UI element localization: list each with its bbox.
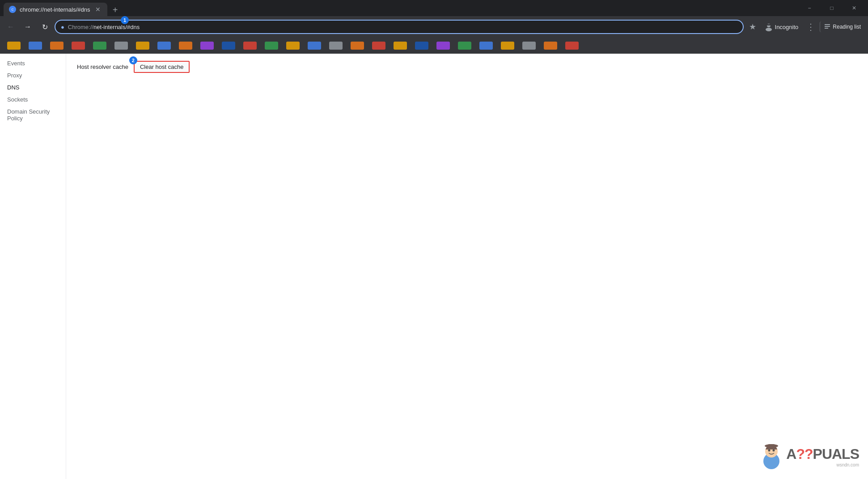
appuals-character-icon (760, 443, 783, 470)
bookmark-6[interactable] (111, 39, 131, 52)
annotation-badge-2: 2 (129, 56, 137, 64)
bookmark-19[interactable] (390, 39, 411, 52)
svg-text:C: C (11, 8, 13, 11)
clear-cache-btn-wrap: 2 Clear host cache (134, 61, 190, 73)
tab-favicon: C (9, 6, 16, 13)
tab-close-button[interactable]: ✕ (94, 5, 102, 13)
maximize-button[interactable]: □ (821, 0, 842, 16)
incognito-label: Incognito (775, 24, 799, 30)
minimize-button[interactable]: − (799, 0, 820, 16)
title-bar: C chrome://net-internals/#dns ✕ + − □ ✕ (0, 0, 868, 16)
bookmark-5[interactable] (89, 39, 110, 52)
svg-point-10 (768, 449, 771, 452)
bookmark-button[interactable]: ★ (746, 21, 759, 33)
window-controls: − □ ✕ (799, 0, 864, 16)
sidebar-item-domain-security-policy[interactable]: Domain Security Policy (0, 106, 66, 124)
bookmark-2[interactable] (25, 39, 46, 52)
bookmarks-bar (0, 38, 868, 54)
main-content: Host resolver cache 2 Clear host cache (66, 54, 868, 479)
bookmark-1[interactable] (4, 39, 24, 52)
new-tab-button[interactable]: + (109, 4, 122, 16)
reading-list-label: Reading list (833, 24, 861, 30)
dns-section: Host resolver cache 2 Clear host cache (77, 61, 857, 73)
sidebar-item-proxy[interactable]: Proxy (0, 69, 66, 81)
toolbar: ← → ↻ 1 ● Chrome://net-internals/#dns ★ … (0, 16, 868, 38)
sidebar-item-sockets[interactable]: Sockets (0, 93, 66, 106)
menu-button[interactable]: ⋮ (804, 20, 818, 34)
address-bar[interactable]: ● Chrome://net-internals/#dns (55, 20, 744, 34)
incognito-button[interactable]: Incognito (761, 21, 802, 33)
sidebar: Events Proxy DNS Sockets Domain Security… (0, 54, 66, 479)
url-prefix: Chrome:// (68, 24, 93, 30)
bookmark-18[interactable] (368, 39, 389, 52)
svg-rect-13 (768, 444, 775, 446)
svg-point-11 (773, 449, 775, 452)
bookmark-14[interactable] (283, 39, 303, 52)
tab-title: chrome://net-internals/#dns (20, 6, 90, 13)
bookmark-11[interactable] (218, 39, 239, 52)
bookmark-26[interactable] (540, 39, 561, 52)
bookmark-9[interactable] (175, 39, 196, 52)
sidebar-item-dns[interactable]: DNS (0, 81, 66, 93)
annotation-badge-1: 1 (121, 16, 129, 24)
svg-rect-4 (766, 24, 771, 25)
watermark-logo-text: A??PUALS (786, 446, 859, 462)
section-label: Host resolver cache (77, 64, 128, 70)
bookmark-23[interactable] (476, 39, 496, 52)
bookmark-8[interactable] (154, 39, 174, 52)
reading-list-button[interactable]: Reading list (820, 21, 864, 32)
svg-rect-7 (825, 28, 828, 29)
bookmark-24[interactable] (497, 39, 518, 52)
page-body: Events Proxy DNS Sockets Domain Security… (0, 54, 868, 479)
watermark-site: wsndn.com (786, 462, 859, 467)
bookmark-27[interactable] (562, 39, 582, 52)
bookmark-22[interactable] (454, 39, 475, 52)
clear-host-cache-button[interactable]: Clear host cache (134, 61, 190, 73)
incognito-icon (764, 22, 773, 31)
sidebar-item-events[interactable]: Events (0, 57, 66, 69)
svg-point-3 (766, 28, 772, 31)
back-button[interactable]: ← (4, 20, 18, 34)
watermark: A??PUALS wsndn.com (760, 443, 859, 470)
svg-rect-6 (825, 26, 830, 27)
bookmark-12[interactable] (240, 39, 260, 52)
bookmark-21[interactable] (433, 39, 453, 52)
toolbar-actions: ★ Incognito ⋮ Reading list (746, 20, 864, 34)
bookmark-17[interactable] (347, 39, 368, 52)
bookmark-20[interactable] (411, 39, 432, 52)
bookmark-25[interactable] (519, 39, 539, 52)
reload-button[interactable]: ↻ (38, 20, 52, 34)
bookmark-7[interactable] (132, 39, 153, 52)
address-bar-wrap: 1 ● Chrome://net-internals/#dns (55, 20, 744, 34)
svg-rect-5 (825, 24, 830, 25)
address-text: Chrome://net-internals/#dns (68, 24, 140, 30)
chrome-icon: ● (61, 24, 64, 30)
bookmark-16[interactable] (326, 39, 346, 52)
bookmark-10[interactable] (197, 39, 217, 52)
forward-button[interactable]: → (21, 20, 35, 34)
bookmark-13[interactable] (261, 39, 282, 52)
bookmark-3[interactable] (47, 39, 67, 52)
close-button[interactable]: ✕ (844, 0, 864, 16)
bookmark-15[interactable] (304, 39, 325, 52)
active-tab[interactable]: C chrome://net-internals/#dns ✕ (4, 3, 107, 16)
url-highlight: net-internals/#dns (93, 24, 140, 30)
bookmark-4[interactable] (68, 39, 89, 52)
reading-list-icon (824, 23, 831, 30)
